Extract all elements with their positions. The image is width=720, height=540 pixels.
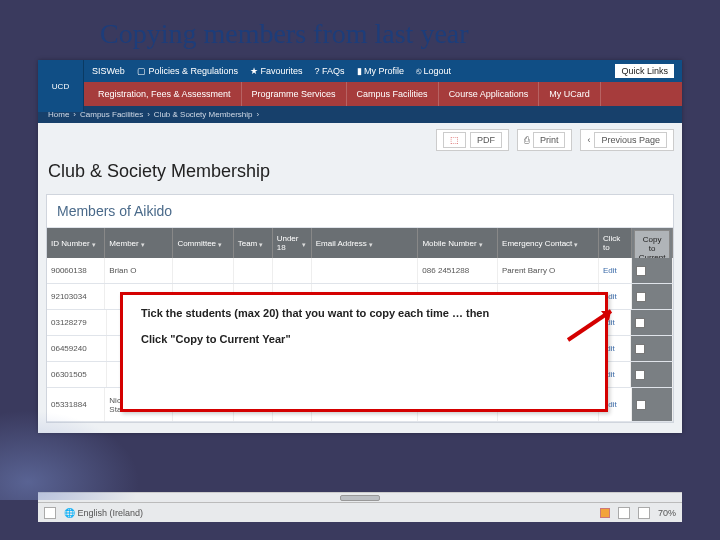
col-member[interactable]: Member xyxy=(105,228,173,258)
ucd-logo: UCD xyxy=(38,60,84,112)
col-email[interactable]: Email Address xyxy=(312,228,419,258)
row-checkbox[interactable] xyxy=(636,292,646,302)
sort-icon xyxy=(259,240,266,247)
view-icon[interactable] xyxy=(618,507,630,519)
tab-ucard[interactable]: My UCard xyxy=(539,82,601,106)
secondary-nav: Registration, Fees & Assessment Programm… xyxy=(38,82,682,106)
sort-icon xyxy=(574,240,581,247)
sort-icon xyxy=(479,240,486,247)
nav-faqs[interactable]: ? FAQs xyxy=(314,66,344,76)
view-icon[interactable] xyxy=(600,508,610,518)
col-id[interactable]: ID Number xyxy=(47,228,105,258)
sort-icon xyxy=(218,240,225,247)
row-checkbox[interactable] xyxy=(636,400,646,410)
copy-to-current-year-button[interactable]: Copy to Current Year xyxy=(634,230,671,258)
panel-heading: Members of Aikido xyxy=(47,195,673,228)
view-icon[interactable] xyxy=(638,507,650,519)
table-row: 90060138 Brian O 086 2451288 Parent Barr… xyxy=(47,258,673,284)
row-checkbox[interactable] xyxy=(635,370,645,380)
sort-icon xyxy=(302,240,307,247)
page-actions: ⬚PDF ⎙ Print ‹ Previous Page xyxy=(46,129,674,151)
callout-line2: Click "Copy to Current Year" xyxy=(141,333,587,345)
sort-icon xyxy=(141,240,148,247)
instruction-callout: Tick the students (max 20) that you want… xyxy=(120,292,608,412)
tab-programme[interactable]: Programme Services xyxy=(242,82,347,106)
callout-line1: Tick the students (max 20) that you want… xyxy=(141,307,587,319)
previous-page-button[interactable]: ‹ Previous Page xyxy=(580,129,674,151)
app-icon xyxy=(44,507,56,519)
row-checkbox[interactable] xyxy=(636,266,646,276)
arrow-icon xyxy=(563,305,623,345)
col-copy: Copy to Current Year xyxy=(632,228,673,258)
print-button[interactable]: ⎙ Print xyxy=(517,129,573,151)
nav-myprofile[interactable]: ▮ My Profile xyxy=(357,66,405,76)
row-checkbox[interactable] xyxy=(635,344,645,354)
page-title: Club & Society Membership xyxy=(46,157,674,190)
breadcrumb: Home › Campus Facilities › Club & Societ… xyxy=(38,106,682,123)
col-clickto: Click to xyxy=(599,228,632,258)
crumb-campus[interactable]: Campus Facilities xyxy=(80,110,143,119)
nav-favourites[interactable]: ★ Favourites xyxy=(250,66,303,76)
zoom-level[interactable]: 70% xyxy=(658,508,676,518)
pdf-button[interactable]: ⬚PDF xyxy=(436,129,509,151)
row-checkbox[interactable] xyxy=(635,318,645,328)
quick-links[interactable]: Quick Links xyxy=(615,64,674,78)
sort-icon xyxy=(92,240,99,247)
col-committee[interactable]: Committee xyxy=(173,228,233,258)
sort-icon xyxy=(369,240,376,247)
col-emergency[interactable]: Emergency Contact xyxy=(498,228,599,258)
top-nav: SISWeb ▢ Policies & Regulations ★ Favour… xyxy=(38,60,682,82)
status-bar: 🌐 English (Ireland) 70% xyxy=(38,502,682,522)
col-mobile[interactable]: Mobile Number xyxy=(418,228,498,258)
edit-link[interactable]: Edit xyxy=(603,266,617,275)
col-under18[interactable]: Under 18 xyxy=(273,228,312,258)
tab-registration[interactable]: Registration, Fees & Assessment xyxy=(88,82,242,106)
horizontal-scrollbar[interactable] xyxy=(38,492,682,502)
tab-course[interactable]: Course Applications xyxy=(439,82,540,106)
scrollbar-thumb[interactable] xyxy=(340,495,380,501)
col-team[interactable]: Team xyxy=(234,228,273,258)
nav-logout[interactable]: ⎋ Logout xyxy=(416,66,451,76)
crumb-club[interactable]: Club & Society Membership xyxy=(154,110,253,119)
nav-sisweb[interactable]: SISWeb xyxy=(92,66,125,76)
nav-policies[interactable]: ▢ Policies & Regulations xyxy=(137,66,238,76)
tab-campus[interactable]: Campus Facilities xyxy=(347,82,439,106)
grid-header: ID Number Member Committee Team Under 18… xyxy=(47,228,673,258)
lang-indicator[interactable]: 🌐 English (Ireland) xyxy=(64,508,143,518)
slide-title: Copying members from last year xyxy=(100,18,469,50)
